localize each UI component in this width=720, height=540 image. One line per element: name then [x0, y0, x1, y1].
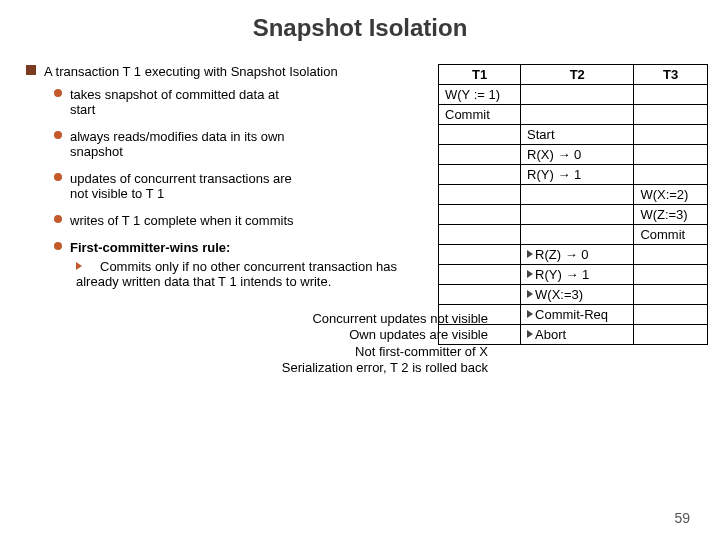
sub-bullet-list: takes snapshot of committed data at star… — [26, 87, 428, 289]
cell — [439, 205, 521, 225]
table-row: R(Z) → 0 — [439, 245, 708, 265]
arrow-icon — [527, 330, 533, 338]
slide-title: Snapshot Isolation — [0, 0, 720, 64]
slide-content: A transaction T 1 executing with Snapsho… — [0, 64, 720, 376]
cell-text: W(X:=3) — [535, 287, 583, 302]
table-row: Commit — [439, 105, 708, 125]
cell — [521, 225, 634, 245]
triangle-bullet-icon — [76, 262, 82, 270]
callout-line: Serialization error, T 2 is rolled back — [86, 360, 488, 376]
cell — [634, 165, 708, 185]
cell — [634, 325, 708, 345]
sub-text: always reads/modifies data in its own — [70, 129, 285, 144]
table-row: Start — [439, 125, 708, 145]
dot-bullet-icon — [54, 89, 62, 97]
sub-bullet: always reads/modifies data in its own sn… — [54, 129, 428, 159]
cell — [521, 185, 634, 205]
cell — [439, 285, 521, 305]
sub-text-cont: start — [54, 102, 428, 117]
dot-bullet-icon — [54, 215, 62, 223]
cell: W(Y := 1) — [439, 85, 521, 105]
col-header: T3 — [634, 65, 708, 85]
cell: Commit — [634, 225, 708, 245]
sub-text: updates of concurrent transactions are — [70, 171, 292, 186]
table-header-row: T1 T2 T3 — [439, 65, 708, 85]
cell — [439, 245, 521, 265]
cell: R(Z) → 0 — [521, 245, 634, 265]
cell-text: Abort — [535, 327, 566, 342]
square-bullet-icon — [26, 65, 36, 75]
sub-text-cont: snapshot — [54, 144, 428, 159]
callout-line: Not first-committer of X — [86, 344, 488, 360]
table-row: W(Y := 1) — [439, 85, 708, 105]
dot-bullet-icon — [54, 242, 62, 250]
cell — [521, 85, 634, 105]
table-row: W(X:=3) — [439, 285, 708, 305]
arrow-icon — [527, 250, 533, 258]
nested-bullet: Commits only if no other concurrent tran… — [54, 259, 428, 289]
col-header: T1 — [439, 65, 521, 85]
cell — [634, 285, 708, 305]
cell: Commit — [439, 105, 521, 125]
cell — [634, 105, 708, 125]
cell-text: R(Z) → 0 — [535, 247, 588, 262]
dot-bullet-icon — [54, 173, 62, 181]
sub-text: writes of T 1 complete when it commits — [70, 213, 294, 228]
cell: W(X:=2) — [634, 185, 708, 205]
cell — [439, 145, 521, 165]
col-header: T2 — [521, 65, 634, 85]
cell — [634, 265, 708, 285]
cell: Commit-Req — [521, 305, 634, 325]
arrow-icon — [527, 310, 533, 318]
arrow-icon — [527, 290, 533, 298]
sub-text: takes snapshot of committed data at — [70, 87, 279, 102]
cell — [634, 245, 708, 265]
callout-line: Concurrent updates not visible — [86, 311, 488, 327]
cell — [439, 125, 521, 145]
cell — [634, 305, 708, 325]
table-row: R(Y) → 1 — [439, 265, 708, 285]
cell — [439, 185, 521, 205]
table-row: R(Y) → 1 — [439, 165, 708, 185]
left-column: A transaction T 1 executing with Snapsho… — [26, 64, 438, 376]
cell — [439, 165, 521, 185]
main-bullet: A transaction T 1 executing with Snapsho… — [26, 64, 428, 79]
table-row: R(X) → 0 — [439, 145, 708, 165]
cell — [634, 125, 708, 145]
cell — [521, 205, 634, 225]
arrow-icon — [527, 270, 533, 278]
sub-bullet: takes snapshot of committed data at star… — [54, 87, 428, 117]
sub-bullet: First-committer-wins rule: Commits only … — [54, 240, 428, 289]
cell — [634, 145, 708, 165]
cell: W(Z:=3) — [634, 205, 708, 225]
cell: W(X:=3) — [521, 285, 634, 305]
table-row: W(X:=2) — [439, 185, 708, 205]
cell — [521, 105, 634, 125]
cell: Abort — [521, 325, 634, 345]
cell-text: Commit-Req — [535, 307, 608, 322]
page-number: 59 — [674, 510, 690, 526]
dot-bullet-icon — [54, 131, 62, 139]
transaction-table: T1 T2 T3 W(Y := 1) Commit Start R(X) → 0… — [438, 64, 708, 345]
nested-text: Commits only if no other concurrent tran… — [76, 259, 397, 289]
table-row: W(Z:=3) — [439, 205, 708, 225]
cell — [634, 85, 708, 105]
sub-bullet: writes of T 1 complete when it commits — [54, 213, 428, 228]
cell: Start — [521, 125, 634, 145]
sub-bullet: updates of concurrent transactions are n… — [54, 171, 428, 201]
cell: R(Y) → 1 — [521, 165, 634, 185]
cell-text: R(Y) → 1 — [535, 267, 589, 282]
table-row: Commit — [439, 225, 708, 245]
cell — [439, 265, 521, 285]
callout-line: Own updates are visible — [86, 327, 488, 343]
cell: R(Y) → 1 — [521, 265, 634, 285]
main-bullet-text: A transaction T 1 executing with Snapsho… — [44, 64, 338, 79]
sub-text-cont: not visible to T 1 — [54, 186, 428, 201]
callout-block: Concurrent updates not visible Own updat… — [86, 311, 488, 376]
cell: R(X) → 0 — [521, 145, 634, 165]
cell — [439, 225, 521, 245]
sub-text: First-committer-wins rule: — [70, 240, 230, 255]
